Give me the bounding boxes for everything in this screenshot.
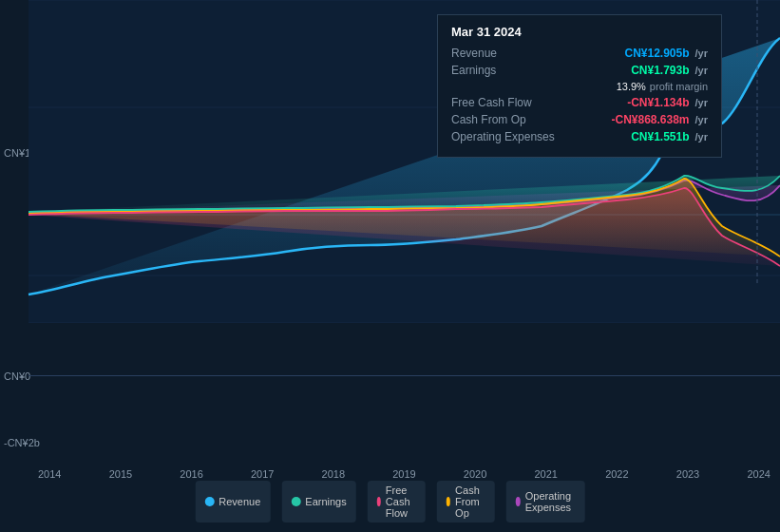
profit-margin-row: 13.9% profit margin — [451, 81, 708, 92]
x-label-2021: 2021 — [534, 468, 557, 480]
cfo-value: -CN¥868.638m/yr — [611, 113, 708, 126]
legend-dot-fcf — [377, 497, 381, 506]
x-label-2023: 2023 — [676, 468, 699, 480]
x-label-2022: 2022 — [605, 468, 628, 480]
earnings-value: CN¥1.793b/yr — [631, 64, 708, 77]
legend-dot-earnings — [291, 497, 300, 506]
tooltip-date: Mar 31 2024 — [451, 25, 708, 39]
legend-label-cfo: Cash From Op — [455, 484, 485, 519]
x-label-2015: 2015 — [109, 468, 132, 480]
x-label-2016: 2016 — [180, 468, 202, 480]
x-axis-labels: 2014 2015 2016 2017 2018 2019 2020 2021 … — [29, 468, 780, 480]
tooltip-panel: Mar 31 2024 Revenue CN¥12.905b/yr Earnin… — [437, 14, 722, 158]
legend-item-cfo[interactable]: Cash From Op — [437, 481, 495, 522]
cfo-row: Cash From Op -CN¥868.638m/yr — [451, 113, 708, 126]
opex-row: Operating Expenses CN¥1.551b/yr — [451, 130, 708, 143]
x-label-2017: 2017 — [251, 468, 274, 480]
earnings-label: Earnings — [451, 64, 565, 77]
opex-label: Operating Expenses — [451, 130, 565, 143]
x-label-2019: 2019 — [392, 468, 415, 480]
revenue-row: Revenue CN¥12.905b/yr — [451, 47, 708, 60]
y-label-mid: CN¥0 — [4, 370, 30, 382]
legend-item-opex[interactable]: Operating Expenses — [505, 481, 584, 522]
profit-margin-label: profit margin — [650, 81, 708, 92]
legend-item-earnings[interactable]: Earnings — [281, 481, 355, 522]
opex-value: CN¥1.551b/yr — [631, 130, 708, 143]
legend-item-fcf[interactable]: Free Cash Flow — [368, 481, 426, 522]
x-label-2020: 2020 — [464, 468, 486, 480]
revenue-label: Revenue — [451, 47, 565, 60]
x-label-2024: 2024 — [747, 468, 770, 480]
fcf-label: Free Cash Flow — [451, 96, 565, 109]
profit-margin-value: 13.9% — [617, 81, 646, 92]
legend-dot-revenue — [204, 497, 214, 506]
chart-container: Mar 31 2024 Revenue CN¥12.905b/yr Earnin… — [0, 0, 780, 532]
legend-label-fcf: Free Cash Flow — [386, 484, 416, 519]
legend-item-revenue[interactable]: Revenue — [195, 481, 270, 522]
x-label-2018: 2018 — [322, 468, 345, 480]
y-label-bottom: -CN¥2b — [4, 437, 40, 448]
legend-label-earnings: Earnings — [305, 496, 346, 507]
earnings-row: Earnings CN¥1.793b/yr — [451, 64, 708, 77]
legend-label-opex: Operating Expenses — [525, 490, 576, 513]
fcf-row: Free Cash Flow -CN¥1.134b/yr — [451, 96, 708, 109]
chart-legend: Revenue Earnings Free Cash Flow Cash Fro… — [195, 481, 585, 522]
legend-dot-cfo — [447, 497, 450, 506]
legend-label-revenue: Revenue — [219, 496, 260, 507]
x-label-2014: 2014 — [38, 468, 61, 480]
cfo-label: Cash From Op — [451, 113, 565, 126]
revenue-value: CN¥12.905b/yr — [624, 47, 708, 60]
fcf-value: -CN¥1.134b/yr — [627, 96, 708, 109]
legend-dot-opex — [515, 497, 520, 506]
zero-line — [29, 375, 780, 376]
